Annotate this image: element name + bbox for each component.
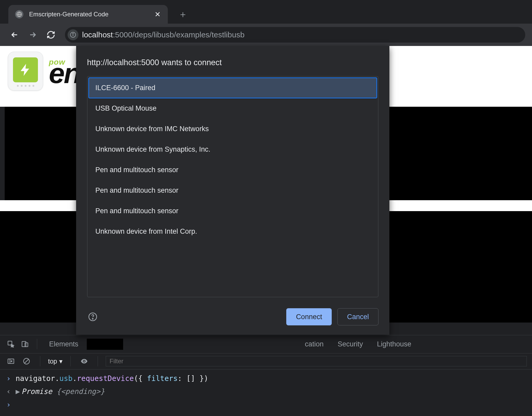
dialog-title: http://localhost:5000 wants to connect xyxy=(87,58,378,67)
logo-main-text: en xyxy=(49,62,80,85)
svg-rect-8 xyxy=(25,343,28,347)
tab-security[interactable]: Security xyxy=(332,340,369,348)
tab-console[interactable]: . xyxy=(87,339,123,350)
globe-icon xyxy=(15,10,23,18)
device-item[interactable]: Unknown device from IMC Networks xyxy=(89,119,377,139)
filter-input[interactable] xyxy=(106,356,527,366)
console-toolbar: top ▾ xyxy=(0,353,532,370)
tab-application[interactable]: Application xyxy=(289,340,329,348)
prompt-icon: › xyxy=(6,398,11,411)
reload-button[interactable] xyxy=(43,27,59,43)
console-input-row: › navigator.usb.requestDevice({ filters:… xyxy=(6,372,526,385)
svg-rect-7 xyxy=(22,341,26,347)
device-item[interactable]: Pen and multitouch sensor xyxy=(89,201,377,221)
device-item[interactable]: ILCE-6600 - Paired xyxy=(89,78,377,98)
tab-strip: Emscripten-Generated Code ✕ ＋ xyxy=(0,0,532,24)
devtools-tab-bar: Elements . . . . . Application Security … xyxy=(0,335,532,353)
context-selector[interactable]: top ▾ xyxy=(48,358,63,365)
console-result-row: ‹ ▶Promise {<pending>} xyxy=(6,385,526,398)
devtools-panel: Elements . . . . . Application Security … xyxy=(0,335,532,416)
back-button[interactable] xyxy=(7,27,22,43)
inspect-element-icon[interactable] xyxy=(5,338,17,350)
clear-console-icon[interactable] xyxy=(21,355,32,367)
emscripten-logo: pow en xyxy=(8,52,80,91)
svg-point-5 xyxy=(92,318,93,319)
tab-lighthouse[interactable]: Lighthouse xyxy=(371,340,417,348)
console-prompt-row[interactable]: › xyxy=(6,398,526,411)
tab-elements[interactable]: Elements xyxy=(43,340,84,348)
tab-title: Emscripten-Generated Code xyxy=(29,11,148,18)
device-item[interactable]: Pen and multitouch sensor xyxy=(89,180,377,201)
usb-device-chooser-dialog: http://localhost:5000 wants to connect I… xyxy=(76,46,389,335)
forward-button[interactable] xyxy=(25,27,41,43)
prompt-icon: › xyxy=(6,372,11,385)
cancel-button[interactable]: Cancel xyxy=(337,308,378,325)
device-item[interactable]: Pen and multitouch sensor xyxy=(89,160,377,180)
chevron-down-icon: ▾ xyxy=(59,358,63,365)
console-result[interactable]: ▶Promise {<pending>} xyxy=(16,385,105,398)
device-item[interactable]: Unknown device from Intel Corp. xyxy=(89,221,377,242)
expand-triangle-icon[interactable]: ▶ xyxy=(16,387,20,396)
sidebar-toggle-icon[interactable] xyxy=(5,355,17,367)
browser-toolbar: localhost:5000/deps/libusb/examples/test… xyxy=(0,24,532,46)
logo-tile xyxy=(8,52,43,91)
help-icon[interactable] xyxy=(87,311,98,323)
device-item[interactable]: Unknown device from Synaptics, Inc. xyxy=(89,139,377,160)
device-toolbar-icon[interactable] xyxy=(19,338,31,350)
device-list[interactable]: ILCE-6600 - Paired USB Optical Mouse Unk… xyxy=(87,76,378,297)
bolt-icon xyxy=(13,57,38,82)
svg-line-12 xyxy=(25,359,29,363)
console-output: › navigator.usb.requestDevice({ filters:… xyxy=(0,370,532,416)
console-code: navigator.usb.requestDevice({ filters: [… xyxy=(16,372,208,385)
address-bar[interactable]: localhost:5000/deps/libusb/examples/test… xyxy=(65,27,525,43)
url-text: localhost:5000/deps/libusb/examples/test… xyxy=(82,30,244,39)
device-item[interactable]: USB Optical Mouse xyxy=(89,98,377,119)
result-icon: ‹ xyxy=(6,385,11,398)
svg-point-13 xyxy=(83,361,85,362)
new-tab-button[interactable]: ＋ xyxy=(176,7,190,22)
close-icon[interactable]: ✕ xyxy=(154,10,161,19)
live-expression-icon[interactable] xyxy=(78,355,90,367)
svg-point-3 xyxy=(73,33,73,34)
site-info-icon[interactable] xyxy=(68,29,78,40)
browser-tab[interactable]: Emscripten-Generated Code ✕ xyxy=(8,5,168,24)
connect-button[interactable]: Connect xyxy=(286,308,332,325)
